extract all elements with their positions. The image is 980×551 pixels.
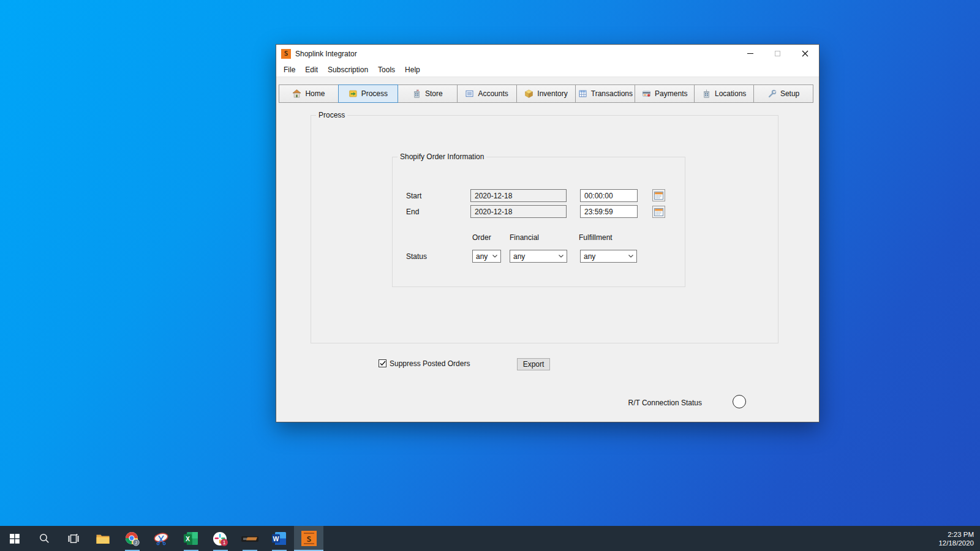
inventory-icon: [524, 89, 533, 98]
financial-status-value: any: [513, 252, 525, 261]
slack-icon: 1: [213, 531, 228, 547]
close-icon: [802, 50, 809, 57]
check-icon: [380, 361, 386, 366]
shoplink-taskbar-button[interactable]: S: [294, 526, 323, 551]
svg-text:X: X: [186, 535, 190, 542]
tab-store[interactable]: Store: [398, 84, 458, 103]
fulfillment-status-value: any: [584, 252, 595, 261]
export-button[interactable]: Export: [517, 358, 550, 370]
menu-file[interactable]: File: [279, 64, 300, 76]
start-time-input[interactable]: [580, 189, 638, 202]
minimize-button[interactable]: [736, 45, 764, 62]
taskbar-clock[interactable]: 2:23 PM 12/18/2020: [938, 526, 980, 551]
end-date-input[interactable]: [470, 205, 567, 218]
taskbar: J X 1: [0, 526, 980, 551]
accounts-icon: [465, 89, 474, 98]
excel-button[interactable]: X: [176, 526, 206, 551]
tab-label: Locations: [715, 89, 746, 98]
fulfillment-status-select[interactable]: any: [580, 250, 637, 263]
tab-label: Setup: [780, 89, 799, 98]
start-button[interactable]: [0, 526, 29, 551]
chrome-icon: J: [125, 531, 140, 546]
end-calendar-button[interactable]: [652, 206, 665, 218]
scanner-device-icon: [241, 534, 258, 543]
task-view-icon: [68, 534, 79, 544]
file-explorer-icon: [96, 533, 110, 544]
calendar-icon: [654, 192, 663, 200]
maximize-button[interactable]: [764, 45, 791, 62]
menu-edit[interactable]: Edit: [300, 64, 323, 76]
store-icon: [412, 89, 421, 98]
tab-setup[interactable]: Setup: [753, 84, 813, 103]
order-status-select[interactable]: any: [472, 250, 501, 263]
shoplink-icon: S: [301, 531, 317, 546]
order-column-label: Order: [472, 233, 491, 242]
menu-subscription[interactable]: Subscription: [323, 64, 373, 76]
connection-status-indicator: [733, 395, 746, 408]
tab-inventory[interactable]: Inventory: [516, 84, 576, 103]
start-calendar-button[interactable]: [652, 189, 665, 201]
tab-process[interactable]: Process: [338, 84, 398, 103]
client-area: Home Process Store: [276, 77, 819, 422]
file-explorer-button[interactable]: [88, 526, 118, 551]
tab-locations[interactable]: Locations: [694, 84, 754, 103]
home-icon: [292, 89, 301, 98]
task-view-button[interactable]: [59, 526, 88, 551]
window-title: Shoplink Integrator: [295, 50, 736, 58]
tab-strip: Home Process Store: [279, 84, 813, 103]
app-window: S Shoplink Integrator File Edit Subscrip…: [276, 44, 820, 422]
slack-button[interactable]: 1: [206, 526, 235, 551]
end-time-input[interactable]: [580, 205, 638, 218]
title-bar[interactable]: S Shoplink Integrator: [276, 45, 819, 62]
fulfillment-column-label: Fulfillment: [579, 233, 612, 242]
search-icon: [39, 533, 50, 544]
tab-label: Transactions: [591, 89, 633, 98]
chevron-down-icon: [559, 255, 564, 258]
process-groupbox: Process Shopify Order Information Start: [311, 115, 778, 343]
order-status-value: any: [476, 252, 488, 261]
tab-payments[interactable]: Payments: [635, 84, 695, 103]
menu-bar: File Edit Subscription Tools Help: [276, 62, 819, 77]
minimize-icon: [747, 53, 753, 54]
scanner-app-button[interactable]: [235, 526, 265, 551]
svg-text:W: W: [273, 535, 279, 542]
chrome-button[interactable]: J: [118, 526, 147, 551]
order-info-group-label: Shopify Order Information: [398, 152, 486, 161]
windows-logo-icon: [10, 534, 20, 544]
suppress-posted-orders-checkbox[interactable]: [379, 359, 386, 367]
svg-text:J: J: [135, 540, 137, 544]
word-button[interactable]: W: [265, 526, 294, 551]
maximize-icon: [775, 51, 780, 56]
tab-accounts[interactable]: Accounts: [457, 84, 517, 103]
svg-text:S: S: [306, 534, 311, 544]
clock-time: 2:23 PM: [948, 530, 974, 539]
shoplink-app-icon: S: [281, 49, 291, 59]
start-date-input[interactable]: [470, 189, 567, 202]
capture-tool-button[interactable]: [147, 526, 176, 551]
order-info-groupbox: Shopify Order Information Start: [392, 157, 685, 287]
taskbar-empty-area: [323, 526, 938, 551]
tab-label: Inventory: [537, 89, 567, 98]
connection-status-label: R/T Connection Status: [616, 399, 702, 407]
menu-help[interactable]: Help: [400, 64, 425, 76]
calendar-icon: [654, 208, 663, 216]
close-button[interactable]: [791, 45, 819, 62]
suppress-posted-orders-label: Suppress Posted Orders: [390, 359, 470, 368]
word-icon: W: [272, 531, 287, 545]
menu-tools[interactable]: Tools: [373, 64, 400, 76]
chevron-down-icon: [492, 255, 497, 258]
clock-date: 12/18/2020: [938, 539, 974, 547]
tab-home[interactable]: Home: [279, 84, 339, 103]
tab-label: Home: [305, 89, 325, 98]
financial-status-select[interactable]: any: [510, 250, 567, 263]
tab-label: Store: [425, 89, 443, 98]
transactions-icon: [578, 89, 587, 98]
tab-transactions[interactable]: Transactions: [575, 84, 635, 103]
tab-label: Payments: [655, 89, 687, 98]
search-button[interactable]: [29, 526, 59, 551]
end-label: End: [406, 208, 419, 216]
tab-label: Accounts: [478, 89, 508, 98]
capture-tool-icon: [154, 532, 170, 545]
status-label: Status: [406, 252, 427, 261]
setup-icon: [767, 89, 777, 98]
